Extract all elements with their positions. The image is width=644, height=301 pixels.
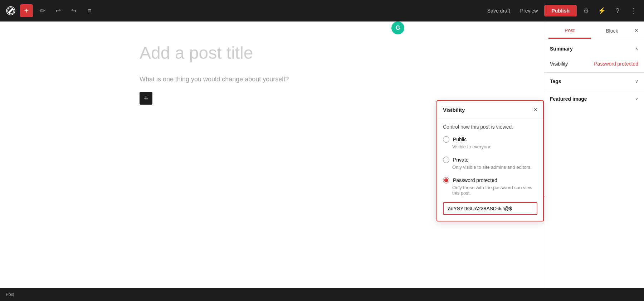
tab-block[interactable]: Block [591,24,633,38]
summary-header[interactable]: Summary ∧ [544,40,644,57]
undo-button[interactable]: ↩ [52,4,64,17]
visibility-popup: Visibility × Control how this post is vi… [436,100,544,221]
featured-image-label: Featured image [550,96,587,102]
password-protected-text: Password protected [453,177,497,183]
password-protected-label[interactable]: Password protected [443,177,537,183]
public-radio[interactable] [443,136,449,143]
visibility-value[interactable]: Password protected [594,61,638,67]
toolbar-right: Save draft Preview Publish ⚙ ⚡ ? ⋮ [484,4,640,17]
edit-button[interactable]: ✏ [36,4,49,17]
featured-image-section: Featured image ∨ [544,90,644,108]
password-protected-radio[interactable] [443,177,449,183]
add-block-inline-button[interactable]: + [140,92,152,105]
sidebar-close-button[interactable]: × [633,25,640,36]
tags-section: Tags ∨ [544,73,644,90]
undo-icon: ↩ [55,7,61,15]
public-text: Public [453,137,467,142]
help-icon: ? [616,7,619,15]
editor-content: G Add a post title What is one thing you… [140,43,404,267]
summary-label: Summary [550,46,573,52]
preview-button[interactable]: Preview [517,6,542,16]
popup-title: Visibility [443,107,465,113]
sidebar: Post Block × Summary ∧ Visibility Passwo… [544,22,644,288]
public-sublabel: Visible to everyone. [443,144,537,149]
settings-button[interactable]: ⚙ [580,4,592,17]
toolbar: + ✏ ↩ ↪ ≡ Save draft Preview Publish ⚙ ⚡… [0,0,644,22]
popup-close-button[interactable]: × [533,106,537,114]
private-text: Private [453,157,469,163]
status-label: Post [6,292,14,297]
password-protected-sublabel: Only those with the password can view th… [443,185,537,196]
summary-chevron-icon: ∧ [635,46,638,51]
visibility-row: Visibility Password protected [544,57,644,72]
sidebar-body: Summary ∧ Visibility Password protected … [544,40,644,288]
grammarly-icon[interactable]: G [391,22,404,34]
lightning-icon: ⚡ [598,7,606,15]
tab-post[interactable]: Post [548,23,591,39]
post-title-placeholder[interactable]: Add a post title [140,43,404,63]
wp-logo [4,4,17,17]
private-label[interactable]: Private [443,157,537,163]
editor-header-area: G Add a post title [140,43,404,63]
private-sublabel: Only visible to site admins and editors. [443,164,537,170]
main-area: G Add a post title What is one thing you… [0,22,644,288]
private-radio[interactable] [443,157,449,163]
summary-section: Summary ∧ Visibility Password protected [544,40,644,73]
public-label[interactable]: Public [443,136,537,143]
list-icon: ≡ [88,7,92,15]
redo-button[interactable]: ↪ [67,4,80,17]
save-draft-button[interactable]: Save draft [484,6,514,16]
post-body-text[interactable]: What is one thing you would change about… [140,74,404,85]
tags-chevron-icon: ∨ [635,79,638,84]
edit-icon: ✏ [40,7,45,15]
visibility-label: Visibility [550,61,568,67]
add-block-button[interactable]: + [20,4,33,17]
popup-header: Visibility × [437,101,543,119]
option-password-protected: Password protected Only those with the p… [437,173,543,199]
settings-icon: ⚙ [583,7,589,15]
more-icon: ⋮ [630,7,636,15]
publish-button[interactable]: Publish [544,5,577,16]
help-button[interactable]: ? [611,4,624,17]
featured-image-row[interactable]: Featured image ∨ [544,90,644,108]
popup-description: Control how this post is viewed. [437,119,543,133]
option-private: Private Only visible to site admins and … [437,153,543,173]
more-options-button[interactable]: ⋮ [627,4,640,17]
option-public: Public Visible to everyone. [437,133,543,153]
password-input[interactable] [443,202,537,215]
status-bar: Post [0,288,644,301]
redo-icon: ↪ [71,7,77,15]
plugins-button[interactable]: ⚡ [595,4,608,17]
list-view-button[interactable]: ≡ [83,4,96,17]
tags-label: Tags [550,78,561,84]
sidebar-tabs: Post Block × [544,22,644,40]
tags-row[interactable]: Tags ∨ [544,73,644,90]
featured-image-chevron-icon: ∨ [635,96,638,101]
